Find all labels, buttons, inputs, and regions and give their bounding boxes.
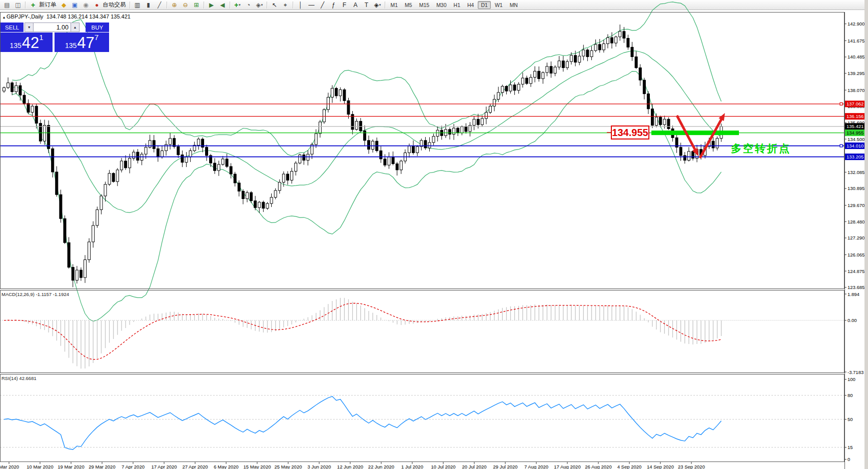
price-axis: 142.900141.675140.485139.295138.070136.8… xyxy=(844,21,866,462)
date-axis: Mar 202010 Mar 202019 Mar 202029 Mar 202… xyxy=(0,462,705,469)
svg-text:138.070: 138.070 xyxy=(847,88,864,93)
hline-anchor-marker[interactable] xyxy=(840,144,842,147)
svg-text:136.156: 136.156 xyxy=(846,114,863,119)
symbol-ohlc-values: 134.748 136.214 134.347 135.421 xyxy=(47,14,131,20)
buy-button[interactable]: BUY xyxy=(86,22,109,32)
svg-text:132.085: 132.085 xyxy=(847,170,864,175)
date-label: 25 May 2020 xyxy=(275,464,302,469)
volume-increase-button[interactable]: ▲ xyxy=(71,22,80,32)
hline-anchor-marker[interactable] xyxy=(840,102,842,105)
support-zone-bar[interactable] xyxy=(651,130,739,135)
date-label: 6 May 2020 xyxy=(214,464,239,469)
svg-text:141.675: 141.675 xyxy=(847,38,864,44)
svg-text:0.00: 0.00 xyxy=(847,318,857,323)
svg-text:-3.7183: -3.7183 xyxy=(847,370,863,375)
annotations: 134.955多空转折点 xyxy=(607,113,791,158)
svg-text:135.421: 135.421 xyxy=(846,124,863,129)
date-label: 29 Mar 2020 xyxy=(89,464,115,469)
svg-text:126.065: 126.065 xyxy=(847,252,864,258)
candlesticks-layer xyxy=(3,24,723,287)
date-label: 17 Aug 2020 xyxy=(554,464,580,469)
svg-text:123.685: 123.685 xyxy=(847,284,864,290)
chart-canvas[interactable]: 134.955多空转折点142.900141.675140.485139.295… xyxy=(0,0,868,469)
svg-text:134.955: 134.955 xyxy=(846,130,863,136)
svg-text:15: 15 xyxy=(847,444,853,450)
symbol-marker-icon: ▴ xyxy=(3,15,5,20)
svg-text:80: 80 xyxy=(847,392,853,398)
volume-decrease-button[interactable]: ▼ xyxy=(25,22,34,32)
svg-text:0: 0 xyxy=(847,456,850,462)
pane-borders xyxy=(1,12,845,469)
date-label: 10 Jul 2020 xyxy=(431,464,455,469)
svg-text:134.500: 134.500 xyxy=(847,136,864,142)
svg-text:1.894: 1.894 xyxy=(847,292,859,297)
bollinger-bands xyxy=(12,2,721,322)
date-label: 12 Jun 2020 xyxy=(337,464,363,469)
date-label: 10 Mar 2020 xyxy=(27,464,53,469)
sell-price-main: 42 xyxy=(22,36,39,50)
sell-price-pip: 1 xyxy=(39,34,43,41)
sell-button[interactable]: SELL xyxy=(1,22,24,32)
svg-text:100: 100 xyxy=(847,376,855,382)
date-label: 15 May 2020 xyxy=(244,464,271,469)
annotation-text: 多空转折点 xyxy=(731,142,791,154)
svg-text:139.295: 139.295 xyxy=(847,70,864,76)
date-label: 19 Mar 2020 xyxy=(58,464,84,469)
date-label: 26 Aug 2020 xyxy=(585,464,611,469)
date-label: 29 Jul 2020 xyxy=(493,464,517,469)
macd-histogram xyxy=(4,298,721,368)
svg-text:137.062: 137.062 xyxy=(846,101,863,106)
buy-price-pip: 7 xyxy=(95,34,99,41)
date-label: 7 Aug 2020 xyxy=(524,464,548,469)
date-label: 1 Jul 2020 xyxy=(401,464,423,469)
buy-price-base: 135 xyxy=(65,40,77,50)
sell-price[interactable]: 135 42 1 xyxy=(1,32,53,52)
date-label: 14 Sep 2020 xyxy=(647,464,674,469)
date-label: 17 Apr 2020 xyxy=(151,464,177,469)
date-label: 23 Sep 2020 xyxy=(678,464,705,469)
date-label: 22 Jun 2020 xyxy=(368,464,394,469)
buy-price[interactable]: 135 47 7 xyxy=(55,32,109,52)
date-label: 7 Apr 2020 xyxy=(122,464,145,469)
svg-text:142.900: 142.900 xyxy=(847,21,864,26)
date-label: 4 Sep 2020 xyxy=(617,464,642,469)
date-label: 3 Jun 2020 xyxy=(307,464,331,469)
svg-text:129.670: 129.670 xyxy=(847,202,864,208)
rsi-label: RSI(14) 42.6681 xyxy=(2,376,37,381)
buy-price-main: 47 xyxy=(77,36,94,50)
rsi-pane xyxy=(0,396,844,450)
price-callout-text: 134.955 xyxy=(612,127,648,138)
date-label: 20 Jul 2020 xyxy=(462,464,486,469)
rsi-line xyxy=(4,396,721,450)
bollinger-lower-band xyxy=(12,72,721,322)
macd-signal-line xyxy=(4,303,721,359)
symbol-name: GBPJPY-,Daily xyxy=(7,14,44,20)
symbol-ohlc-line: ▴GBPJPY-,Daily 134.748 136.214 134.347 1… xyxy=(3,14,131,20)
one-click-trading-panel: SELL ▼ ▲ BUY 135 42 1 135 47 7 xyxy=(1,22,109,52)
svg-text:134.010: 134.010 xyxy=(846,143,863,148)
svg-text:133.205: 133.205 xyxy=(846,154,863,160)
svg-text:50: 50 xyxy=(847,416,853,422)
mt4-window: ▤◫+新订单◆▣◉●自动交易▥▮╱⊕⊖⊞▶◀+▾◔◈▾↖⌖│—╱ƒFAT◈▾M1… xyxy=(0,0,868,469)
svg-text:124.875: 124.875 xyxy=(847,268,864,274)
date-label: Mar 2020 xyxy=(0,464,19,469)
svg-text:128.480: 128.480 xyxy=(847,219,864,224)
date-label: 27 Apr 2020 xyxy=(182,464,208,469)
volume-input[interactable] xyxy=(34,22,71,32)
svg-text:130.895: 130.895 xyxy=(847,186,864,191)
sell-price-base: 135 xyxy=(10,40,21,50)
svg-text:127.290: 127.290 xyxy=(847,235,864,240)
window-edge xyxy=(864,0,868,469)
macd-label: MACD(12,26,9) -1.1157 -1.1924 xyxy=(2,292,69,297)
svg-text:140.485: 140.485 xyxy=(847,54,864,60)
